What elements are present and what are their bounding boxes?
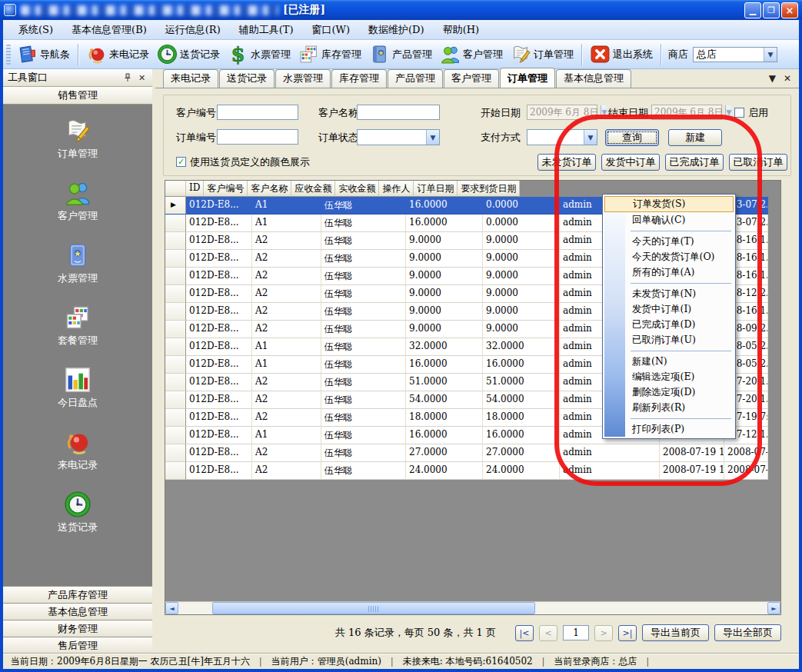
column-header[interactable]: 实收金额 — [335, 181, 379, 197]
column-header[interactable]: 客户编号 — [204, 181, 248, 197]
tab-orders[interactable]: 订单管理 — [500, 68, 555, 88]
toolbar-button-navbar[interactable]: 导航条 — [13, 42, 74, 66]
menu-item-todays-orders[interactable]: 今天的订单(T) — [604, 234, 734, 249]
menu-item-completed-orders[interactable]: 已完成订单(D) — [604, 317, 734, 332]
menu-item-unshipped-orders[interactable]: 未发货订单(N) — [604, 286, 734, 301]
button-unshipped-orders[interactable]: 未发货订单 — [537, 154, 596, 171]
row-selector-cell[interactable] — [165, 215, 186, 232]
row-selector-cell[interactable] — [165, 391, 186, 409]
query-button[interactable]: 查询 — [605, 129, 659, 146]
toolbar-button-products[interactable]: 产品管理 — [365, 42, 436, 66]
menu-item-refresh-list[interactable]: 刷新列表(R) — [604, 400, 734, 415]
menubar-item[interactable]: 数据维护(D) — [359, 21, 434, 39]
enable-checkbox[interactable] — [734, 108, 744, 118]
payment-select[interactable]: ▼ — [527, 129, 597, 145]
maximize-button[interactable]: ❐ — [763, 2, 780, 18]
column-header[interactable]: ID — [186, 181, 204, 197]
prev-page-button[interactable]: < — [539, 625, 557, 641]
toolbar-button-inventory[interactable]: 库存管理 — [295, 42, 365, 66]
menubar-item[interactable]: 窗口(W) — [303, 21, 360, 39]
row-selector-cell[interactable] — [165, 444, 186, 462]
scroll-right-icon[interactable]: ► — [767, 602, 780, 614]
tab-scroll-chevron-icon[interactable]: ▼ — [769, 73, 776, 84]
menubar-item[interactable]: 运行信息(R) — [156, 21, 230, 39]
menu-item-all-orders[interactable]: 所有的订单(A) — [604, 264, 734, 280]
order-status-select[interactable]: ▼ — [357, 129, 440, 145]
toolbar-button-call-records[interactable]: 来电记录 — [82, 42, 153, 66]
row-selector-cell[interactable] — [165, 321, 186, 338]
chevron-down-icon[interactable]: ▼ — [764, 48, 777, 62]
start-date-picker[interactable]: 2009年 6月 8日▼ — [527, 105, 597, 120]
page-number-input[interactable]: 1 — [563, 625, 589, 640]
delivery-color-checkbox[interactable]: ✓ — [176, 157, 186, 167]
toolbar-grip[interactable] — [6, 45, 11, 65]
sidebar-section-finance[interactable]: 财务管理 — [3, 620, 152, 637]
table-row[interactable]: 012D-E8... A2 伍华聪 27.0000 27.0000 admin … — [165, 444, 768, 462]
tab-call-records[interactable]: 来电记录 — [163, 69, 218, 88]
export-all-pages-button[interactable]: 导出全部页 — [714, 624, 781, 641]
column-header[interactable]: 操作人 — [379, 181, 414, 197]
menubar-item[interactable]: 辅助工具(T) — [230, 21, 303, 39]
menu-item-todays-shipping-orders[interactable]: 今天的发货订单(O) — [604, 249, 734, 264]
sidebar-section-product-inventory[interactable]: 产品库存管理 — [3, 586, 152, 603]
sidebar-item-water-tickets[interactable]: 水票管理 — [3, 241, 152, 285]
minimize-button[interactable]: ▁ — [744, 2, 761, 18]
button-completed-orders[interactable]: 已完成订单 — [665, 154, 724, 171]
row-selector-cell[interactable] — [165, 232, 186, 250]
toolbar-button-delivery-records[interactable]: 送货记录 — [153, 42, 224, 66]
menu-item-print-list[interactable]: 打印列表(P) — [604, 421, 734, 437]
end-date-picker[interactable]: 2009年 6月 8日▼ — [651, 105, 722, 120]
row-selector-cell[interactable] — [165, 303, 186, 321]
column-header[interactable]: 要求到货日期 — [458, 181, 520, 197]
toolbar-button-orders[interactable]: 订单管理 — [507, 42, 577, 66]
next-page-button[interactable]: > — [594, 625, 613, 641]
sidebar-item-orders[interactable]: 订单管理 — [3, 117, 152, 161]
column-header[interactable]: 应收金额 — [291, 181, 335, 197]
button-shipping-orders[interactable]: 发货中订单 — [601, 154, 660, 171]
menu-item-new[interactable]: 新建(N) — [604, 354, 734, 369]
menubar-item[interactable]: 系统(S) — [9, 21, 62, 39]
close-icon[interactable]: ✕ — [136, 72, 148, 84]
row-selector-cell[interactable] — [165, 427, 186, 444]
sidebar-item-customers[interactable]: 客户管理 — [3, 179, 152, 223]
column-header[interactable]: 订单日期 — [414, 181, 458, 197]
tab-basic-info[interactable]: 基本信息管理 — [556, 69, 631, 88]
row-selector-cell[interactable] — [165, 338, 186, 356]
tab-inventory[interactable]: 库存管理 — [331, 69, 387, 88]
sidebar-item-packages[interactable]: 套餐管理 — [3, 304, 152, 348]
row-selector-cell[interactable] — [165, 356, 186, 374]
sidebar-item-call-records[interactable]: 来电记录 — [3, 428, 152, 472]
menu-item-ship-order[interactable]: 订单发货(S) — [604, 196, 734, 212]
menubar-item[interactable]: 基本信息管理(B) — [62, 21, 156, 39]
table-row[interactable]: 012D-E8... A2 伍华聪 24.0000 24.0000 admin … — [165, 462, 768, 480]
customer-no-input[interactable] — [217, 105, 298, 120]
menu-item-shipping-orders[interactable]: 发货中订单(I) — [604, 301, 734, 317]
last-page-button[interactable]: >| — [618, 625, 637, 641]
column-header[interactable]: 客户名称 — [248, 181, 291, 197]
sidebar-item-delivery-records[interactable]: 送货记录 — [3, 491, 152, 534]
tab-close-icon[interactable]: ✕ — [784, 73, 791, 84]
pin-icon[interactable] — [121, 72, 133, 84]
order-no-input[interactable] — [217, 129, 298, 145]
button-cancelled-orders[interactable]: 已取消订单 — [729, 154, 787, 171]
row-selector-cell[interactable] — [165, 409, 186, 427]
shop-select[interactable]: 总店 ▼ — [693, 47, 777, 62]
row-selector-cell[interactable] — [165, 197, 186, 215]
sidebar-section-sales[interactable]: 销售管理 — [3, 87, 152, 105]
row-selector-cell[interactable] — [165, 374, 186, 391]
tab-products[interactable]: 产品管理 — [388, 69, 443, 88]
menu-item-edit-selected[interactable]: 编辑选定项(E) — [604, 369, 734, 384]
menu-item-cancelled-orders[interactable]: 已取消订单(U) — [604, 332, 734, 348]
row-selector-cell[interactable] — [165, 285, 186, 303]
new-button[interactable]: 新建 — [668, 129, 722, 146]
scroll-left-icon[interactable]: ◄ — [165, 602, 178, 614]
row-selector-cell[interactable] — [165, 268, 186, 285]
sidebar-item-today-check[interactable]: 今日盘点 — [3, 366, 152, 410]
menu-item-confirm-receipt[interactable]: 回单确认(C) — [604, 212, 734, 228]
horizontal-scrollbar[interactable]: ◄ ► — [165, 601, 780, 614]
tab-delivery-records[interactable]: 送货记录 — [219, 69, 275, 88]
first-page-button[interactable]: |< — [515, 625, 534, 641]
toolbar-button-exit[interactable]: 退出系统 — [586, 42, 657, 66]
sidebar-section-basic-info[interactable]: 基本信息管理 — [3, 603, 152, 620]
row-selector-cell[interactable] — [165, 462, 186, 480]
